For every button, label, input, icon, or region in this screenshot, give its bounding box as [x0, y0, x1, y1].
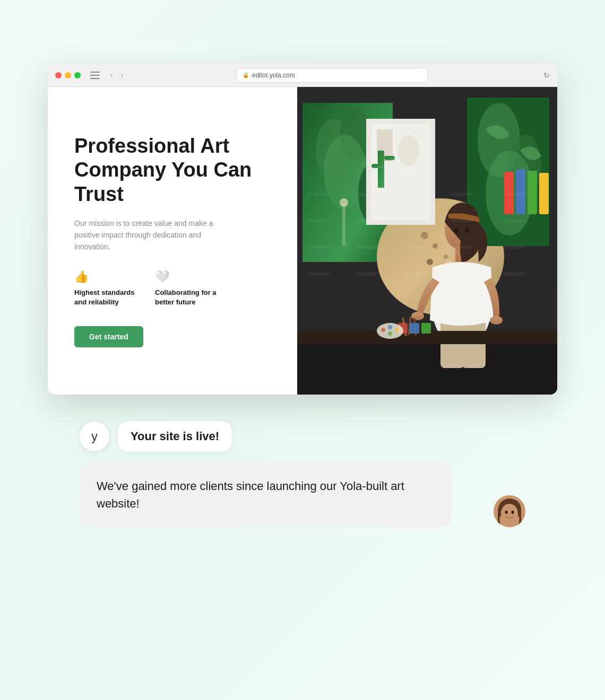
nav-arrows: ‹ › — [107, 71, 126, 80]
svg-point-40 — [465, 228, 469, 233]
svg-text:Unsplash+: Unsplash+ — [308, 191, 331, 197]
svg-text:Unsplash+: Unsplash+ — [403, 218, 426, 223]
website-right-panel: Unsplash+ Unsplash+ Unsplash+ Unsplash+ … — [297, 87, 557, 395]
svg-text:Unsplash+: Unsplash+ — [451, 218, 474, 223]
svg-rect-29 — [384, 156, 395, 160]
feature-2-label: Collaborating for a better future — [155, 288, 219, 307]
svg-point-15 — [444, 255, 448, 259]
svg-point-25 — [398, 135, 419, 167]
site-live-bubble: Your site is live! — [118, 421, 232, 452]
svg-point-18 — [421, 232, 428, 239]
svg-rect-49 — [421, 323, 431, 334]
svg-text:Unsplash+: Unsplash+ — [451, 271, 474, 276]
svg-text:Unsplash+: Unsplash+ — [403, 244, 426, 250]
hero-photo: Unsplash+ Unsplash+ Unsplash+ Unsplash+ … — [297, 87, 557, 395]
svg-rect-48 — [410, 323, 419, 334]
get-started-button[interactable]: Get started — [74, 326, 143, 347]
user-avatar — [494, 495, 525, 527]
svg-rect-28 — [371, 164, 384, 168]
svg-text:Unsplash+: Unsplash+ — [308, 244, 331, 250]
website-content: Professional Art Company You Can Trust O… — [48, 87, 557, 395]
feature-1-label: Highest standards and reliability — [74, 288, 138, 307]
svg-rect-57 — [528, 171, 537, 214]
svg-text:Unsplash+: Unsplash+ — [308, 271, 331, 276]
chat-bubble-1: y Your site is live! — [80, 421, 525, 452]
sidebar-toggle-icon[interactable] — [90, 72, 100, 79]
svg-point-54 — [388, 331, 392, 336]
svg-point-53 — [395, 328, 399, 332]
svg-point-52 — [388, 325, 392, 329]
svg-text:Unsplash+: Unsplash+ — [356, 271, 378, 276]
svg-text:Unsplash+: Unsplash+ — [356, 218, 378, 223]
website-left-panel: Professional Art Company You Can Trust O… — [48, 87, 297, 395]
chat-section: y Your site is live! We've gained more c… — [48, 421, 557, 527]
svg-rect-27 — [378, 151, 384, 188]
yola-logo: y — [80, 422, 109, 451]
hero-subtitle: Our mission is to create value and make … — [74, 217, 223, 253]
browser-toolbar: ‹ › 🔒 editor.yola.com ↻ — [48, 64, 557, 87]
svg-text:Unsplash+: Unsplash+ — [308, 218, 331, 223]
svg-point-80 — [501, 504, 518, 523]
browser-window: ‹ › 🔒 editor.yola.com ↻ Professional Art… — [48, 64, 557, 395]
back-arrow[interactable]: ‹ — [107, 71, 116, 80]
heart-icon: 🤍 — [155, 270, 219, 284]
svg-point-41 — [411, 312, 424, 320]
feature-2: 🤍 Collaborating for a better future — [155, 270, 219, 307]
minimize-button[interactable] — [65, 72, 71, 78]
svg-point-12 — [340, 198, 348, 207]
svg-point-51 — [381, 328, 385, 332]
svg-point-16 — [427, 259, 433, 265]
svg-point-14 — [433, 243, 438, 249]
lock-icon: 🔒 — [243, 72, 249, 78]
address-bar[interactable]: 🔒 editor.yola.com — [237, 68, 428, 83]
svg-point-81 — [505, 511, 508, 514]
traffic-lights — [55, 72, 81, 78]
reload-button[interactable]: ↻ — [543, 71, 550, 80]
svg-rect-58 — [539, 173, 549, 214]
url-text: editor.yola.com — [252, 72, 295, 79]
svg-point-42 — [490, 316, 503, 325]
svg-point-82 — [512, 511, 514, 514]
svg-rect-11 — [342, 204, 345, 246]
svg-text:Unsplash+: Unsplash+ — [356, 191, 378, 197]
svg-text:Unsplash+: Unsplash+ — [504, 191, 527, 197]
feature-1: 👍 Highest standards and reliability — [74, 270, 138, 307]
yola-letter: y — [91, 429, 98, 444]
forward-arrow[interactable]: › — [118, 71, 126, 80]
svg-text:Unsplash+: Unsplash+ — [403, 191, 426, 197]
chat-bubble-2: We've gained more clients since launchin… — [80, 462, 525, 527]
svg-text:Unsplash+: Unsplash+ — [504, 271, 527, 276]
thumbs-up-icon: 👍 — [74, 270, 138, 284]
svg-text:Unsplash+: Unsplash+ — [451, 244, 474, 250]
close-button[interactable] — [55, 72, 62, 78]
testimonial-bubble: We've gained more clients since launchin… — [80, 462, 451, 527]
svg-text:Unsplash+: Unsplash+ — [504, 244, 527, 250]
fullscreen-button[interactable] — [74, 72, 81, 78]
svg-text:Unsplash+: Unsplash+ — [356, 244, 378, 250]
hero-title: Professional Art Company You Can Trust — [74, 134, 271, 207]
svg-point-39 — [454, 228, 459, 233]
svg-text:Unsplash+: Unsplash+ — [451, 191, 474, 197]
features-row: 👍 Highest standards and reliability 🤍 Co… — [74, 270, 271, 307]
svg-text:Unsplash+: Unsplash+ — [504, 218, 527, 223]
svg-text:Unsplash+: Unsplash+ — [403, 271, 426, 276]
